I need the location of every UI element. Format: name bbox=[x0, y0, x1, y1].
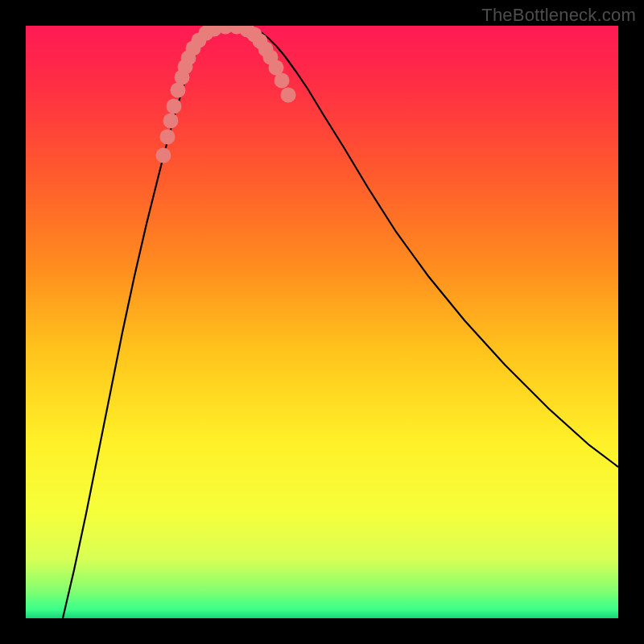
sample-point bbox=[167, 99, 182, 114]
plot-area bbox=[26, 26, 618, 618]
sample-point bbox=[160, 130, 175, 145]
sample-point-cloud bbox=[26, 26, 618, 618]
sample-point bbox=[156, 148, 171, 163]
sample-point bbox=[163, 114, 179, 129]
sample-point bbox=[281, 88, 296, 103]
chart-frame bbox=[26, 26, 618, 618]
watermark-text: TheBottleneck.com bbox=[481, 5, 636, 26]
sample-point bbox=[275, 73, 290, 89]
